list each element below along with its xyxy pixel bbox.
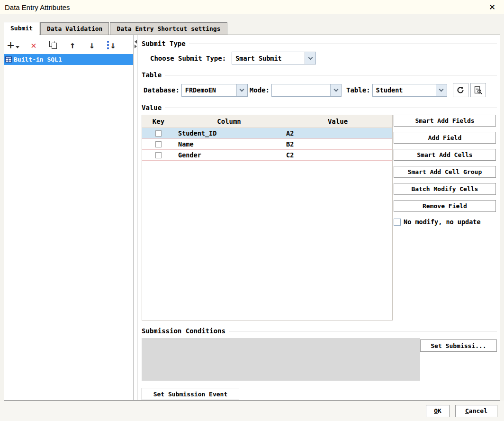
- smart-add-cell-group-button[interactable]: Smart Add Cell Group: [394, 166, 496, 178]
- add-icon[interactable]: +: [7, 39, 19, 51]
- group-submission-conditions: Submission Conditions: [142, 327, 497, 335]
- submit-type-select[interactable]: Smart Submit: [232, 52, 316, 64]
- window-title: Data Entry Attributes: [5, 3, 484, 11]
- table-row[interactable]: Student_ID A2: [142, 128, 392, 139]
- cell-column[interactable]: Student_ID: [175, 128, 283, 138]
- no-modify-label: No modify, no update: [404, 218, 481, 226]
- cell-value[interactable]: A2: [283, 128, 392, 138]
- tab-content-submit: + ✕ ↑ ↓ ↓: [4, 35, 500, 401]
- table-row[interactable]: Name B2: [142, 139, 392, 150]
- list-toolbar: + ✕ ↑ ↓ ↓: [4, 35, 133, 54]
- close-icon[interactable]: ✕: [484, 1, 500, 13]
- table-row[interactable]: Gender C2: [142, 150, 392, 161]
- cancel-button[interactable]: Cancel: [455, 405, 497, 417]
- tab-strip: Submit Data Validation Data Entry Shortc…: [0, 14, 504, 35]
- dialog-footer: OK Cancel: [0, 401, 504, 421]
- refresh-button[interactable]: [453, 83, 468, 97]
- no-modify-checkbox[interactable]: [394, 219, 401, 226]
- adjust-order-icon[interactable]: ↓: [106, 39, 117, 51]
- collapse-left-icon[interactable]: [135, 40, 137, 44]
- submit-type-row: Choose Submit Type: Smart Submit: [150, 52, 497, 64]
- table-select[interactable]: Student: [372, 84, 447, 97]
- add-field-button[interactable]: Add Field: [394, 132, 496, 144]
- ok-button[interactable]: OK: [426, 405, 450, 417]
- chevron-down-icon[interactable]: [236, 84, 247, 96]
- tab-data-entry-shortcut-settings[interactable]: Data Entry Shortcut settings: [110, 22, 227, 35]
- list-item-label: Built-in SQL1: [14, 56, 62, 63]
- titlebar: Data Entry Attributes ✕: [0, 0, 504, 14]
- group-table: Table: [142, 71, 497, 79]
- header-value: Value: [283, 115, 392, 128]
- cell-value[interactable]: C2: [283, 150, 392, 160]
- smart-add-fields-button[interactable]: Smart Add Fields: [394, 115, 496, 127]
- submission-conditions-row: Set Submissi...: [142, 338, 497, 381]
- batch-modify-cells-button[interactable]: Batch Modify Cells: [394, 183, 496, 195]
- database-label: Database:: [144, 86, 180, 94]
- group-submit-type: Submit Type: [142, 40, 497, 47]
- move-up-icon[interactable]: ↑: [67, 39, 78, 51]
- refresh-icon: [456, 86, 465, 94]
- submission-conditions-box[interactable]: [142, 338, 420, 381]
- mode-label: Mode:: [250, 86, 270, 94]
- key-checkbox[interactable]: [155, 152, 162, 158]
- cell-column[interactable]: Name: [175, 139, 283, 149]
- set-submission-condition-button[interactable]: Set Submissi...: [420, 339, 497, 352]
- table-empty-area: [142, 161, 392, 320]
- delete-icon[interactable]: ✕: [28, 39, 39, 51]
- chevron-down-icon[interactable]: [330, 84, 341, 96]
- table-value: Student: [373, 84, 436, 96]
- copy-icon[interactable]: [48, 39, 58, 51]
- tab-data-validation[interactable]: Data Validation: [40, 22, 109, 35]
- cell-column[interactable]: Gender: [175, 150, 283, 160]
- value-table: Key Column Value Student_ID A2 Name B2 G…: [142, 115, 393, 320]
- table-config-row: Database: FRDemoEN Mode: Table: Student: [144, 83, 497, 97]
- mode-value: [272, 84, 330, 96]
- cell-value[interactable]: B2: [283, 139, 392, 149]
- group-value-label: Value: [142, 104, 162, 111]
- add-dropdown-arrow-icon: [16, 46, 19, 48]
- list-item-built-in-sql[interactable]: Built-in SQL1: [4, 54, 133, 65]
- tab-submit[interactable]: Submit: [4, 22, 39, 35]
- header-column: Column: [175, 115, 283, 128]
- no-modify-row: No modify, no update: [394, 218, 496, 226]
- preview-data-icon: [474, 86, 483, 95]
- submit-type-value: Smart Submit: [232, 52, 305, 64]
- choose-submit-type-label: Choose Submit Type:: [150, 55, 226, 62]
- key-checkbox[interactable]: [155, 130, 162, 137]
- group-submit-type-label: Submit Type: [142, 40, 186, 47]
- data-entry-attributes-dialog: { "window": { "title": "Data Entry Attri…: [0, 0, 504, 421]
- preview-button[interactable]: [470, 83, 486, 97]
- database-value: FRDemoEN: [182, 84, 236, 96]
- header-key: Key: [142, 115, 175, 128]
- set-submission-event-button[interactable]: Set Submission Event: [142, 388, 239, 400]
- chevron-down-icon[interactable]: [305, 52, 315, 64]
- group-table-label: Table: [142, 71, 162, 79]
- value-area: Key Column Value Student_ID A2 Name B2 G…: [142, 115, 497, 320]
- smart-add-cells-button[interactable]: Smart Add Cells: [394, 149, 496, 161]
- remove-field-button[interactable]: Remove Field: [394, 200, 496, 212]
- group-value: Value: [142, 104, 497, 111]
- chevron-down-icon[interactable]: [436, 84, 447, 96]
- key-checkbox[interactable]: [155, 141, 162, 147]
- expand-right-icon[interactable]: [135, 45, 137, 48]
- panel-splitter[interactable]: [134, 35, 138, 400]
- mode-select[interactable]: [271, 84, 342, 97]
- value-table-header: Key Column Value: [142, 115, 392, 128]
- database-select[interactable]: FRDemoEN: [181, 84, 248, 97]
- sql-table-icon: [5, 56, 12, 63]
- group-submission-conditions-label: Submission Conditions: [142, 327, 225, 335]
- submit-list: Built-in SQL1: [4, 54, 133, 400]
- submit-list-panel: + ✕ ↑ ↓ ↓: [4, 35, 134, 400]
- field-buttons: Smart Add Fields Add Field Smart Add Cel…: [394, 115, 496, 320]
- move-down-icon[interactable]: ↓: [87, 39, 97, 51]
- submit-settings-panel: Submit Type Choose Submit Type: Smart Su…: [138, 35, 500, 400]
- table-label: Table:: [346, 86, 370, 94]
